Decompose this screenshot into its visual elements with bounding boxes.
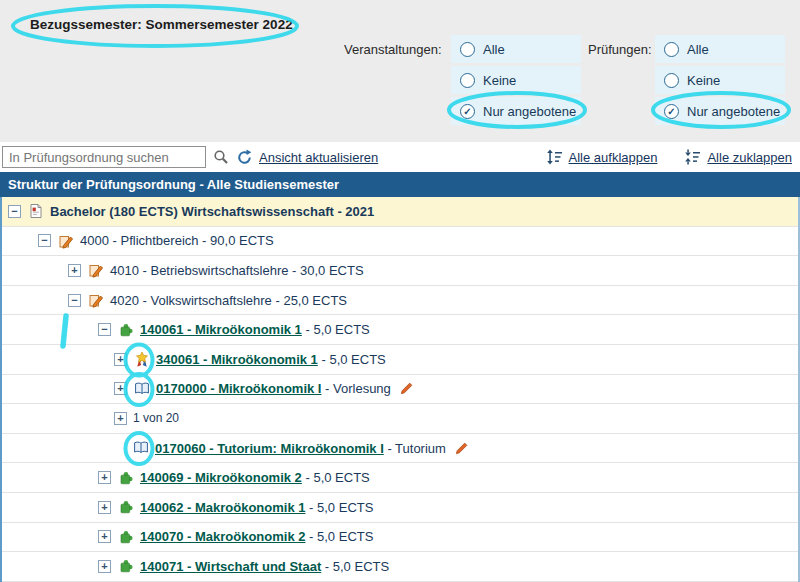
tree-row: − Bachelor (180 ECTS) Wirtschaftswissens… (2, 197, 798, 227)
indent-spacer (2, 329, 98, 330)
tree-row: − 140061 - Mikroökonomik 1 - 5,0 ECTS (2, 315, 798, 345)
expander-toggle[interactable]: + (98, 530, 111, 543)
indent-spacer (2, 507, 98, 508)
radio-label: Alle (483, 42, 505, 57)
pruefungen-label: Prüfungen: (588, 42, 652, 57)
collapse-all-icon[interactable] (684, 149, 701, 165)
module-icon (117, 469, 134, 486)
course-book-icon (133, 380, 150, 397)
tree-link[interactable]: 140070 - Makroökonomik 2 (140, 529, 305, 544)
tree-text: - 5,0 ECTS (305, 500, 373, 515)
expander-toggle[interactable]: − (8, 205, 21, 218)
module-icon (117, 321, 134, 338)
radio-icon[interactable] (664, 104, 679, 119)
tree-row: + 140069 - Mikroökonomik 2 - 5,0 ECTS (2, 463, 798, 493)
pruefungen-option-alle[interactable]: Alle (655, 35, 785, 63)
tree-link[interactable]: 140062 - Makroökonomik 1 (140, 500, 305, 515)
veranstaltungen-option-nur-angebotene[interactable]: Nur angebotene (451, 97, 581, 125)
tree-row: − 4000 - Pflichtbereich - 90,0 ECTS (2, 227, 798, 257)
refresh-view-link[interactable]: Ansicht aktualisieren (259, 150, 378, 165)
expander-toggle[interactable]: − (98, 323, 111, 336)
tree-row: + 4010 - Betriebswirtschaftslehre - 30,0… (2, 256, 798, 286)
radio-label: Keine (483, 73, 516, 88)
expander-toggle[interactable]: + (68, 264, 81, 277)
pruefungen-option-keine[interactable]: Keine (655, 66, 785, 94)
bezugssemester-label: Bezugssemester: Sommersemester 2022 (30, 17, 293, 32)
radio-icon[interactable] (460, 42, 475, 57)
module-icon (117, 499, 134, 516)
tree-text: 4020 - Volkswirtschaftslehre - 25,0 ECTS (110, 293, 347, 308)
expander-toggle[interactable]: + (114, 382, 127, 395)
tree-link[interactable]: 340061 - Mikroökonomik 1 (156, 352, 318, 367)
expander-toggle[interactable]: + (98, 471, 111, 484)
radio-icon[interactable] (664, 42, 679, 57)
tree-text: - Vorlesung (321, 381, 390, 396)
radio-icon[interactable] (460, 73, 475, 88)
expander-toggle[interactable]: − (68, 294, 81, 307)
search-input[interactable] (2, 146, 206, 168)
expand-all-icon[interactable] (546, 149, 563, 165)
edit-pencil-icon[interactable] (399, 381, 414, 396)
tree-link[interactable]: 140061 - Mikroökonomik 1 (140, 322, 302, 337)
tree-row: − 4020 - Volkswirtschaftslehre - 25,0 EC… (2, 286, 798, 316)
expander-toggle[interactable]: + (98, 560, 111, 573)
tree-text: - 5,0 ECTS (318, 352, 386, 367)
radio-label: Alle (687, 42, 709, 57)
indent-spacer (2, 270, 68, 271)
search-icon[interactable] (213, 149, 229, 165)
indent-spacer (2, 240, 38, 241)
refresh-icon[interactable] (236, 149, 253, 166)
indent-spacer (2, 359, 114, 360)
tree-text: - Tutorium (384, 441, 446, 456)
indent-spacer (2, 418, 114, 419)
radio-label: Nur angebotene (483, 104, 576, 119)
module-icon (117, 558, 134, 575)
indent-spacer (2, 536, 98, 537)
edit-pencil-icon[interactable] (454, 441, 469, 456)
indent-spacer (2, 300, 68, 301)
radio-label: Keine (687, 73, 720, 88)
tree-link[interactable]: 0170060 - Tutorium: Mikroökonomik I (155, 441, 384, 456)
tree-header-bar: Struktur der Prüfungsordnung - Alle Stud… (0, 172, 800, 197)
indent-spacer (2, 448, 132, 449)
tree-link[interactable]: 140071 - Wirtschaft und Staat (140, 559, 321, 574)
expander-toggle[interactable]: + (98, 501, 111, 514)
indent-spacer (2, 388, 114, 389)
tree-text: - 5,0 ECTS (321, 559, 389, 574)
tree-text: 1 von 20 (133, 411, 179, 425)
veranstaltungen-option-keine[interactable]: Keine (451, 66, 581, 94)
expand-all-link[interactable]: Alle aufklappen (569, 150, 658, 165)
konto-icon (57, 232, 74, 249)
expander-toggle[interactable]: + (114, 353, 127, 366)
expander-toggle[interactable]: + (114, 412, 127, 425)
konto-icon (87, 292, 104, 309)
indent-spacer (2, 566, 98, 567)
pruefungen-option-nur-angebotene[interactable]: Nur angebotene (655, 97, 785, 125)
konto-icon (87, 262, 104, 279)
indent-spacer (2, 477, 98, 478)
tree-row: 0170060 - Tutorium: Mikroökonomik I - Tu… (2, 434, 798, 464)
tree-text: 4010 - Betriebswirtschaftslehre - 30,0 E… (110, 263, 364, 278)
tree-row: + 140071 - Wirtschaft und Staat - 5,0 EC… (2, 552, 798, 582)
veranstaltungen-label: Veranstaltungen: (344, 42, 442, 57)
tree-text: - 5,0 ECTS (302, 322, 370, 337)
exam-structure-tree: − Bachelor (180 ECTS) Wirtschaftswissens… (0, 197, 800, 582)
exam-medal-icon (133, 351, 150, 368)
expander-toggle[interactable]: − (38, 234, 51, 247)
document-icon (27, 203, 44, 220)
tree-row: + 340061 - Mikroökonomik 1 - 5,0 ECTS (2, 345, 798, 375)
veranstaltungen-radio-group: Alle Keine Nur angebotene (451, 35, 581, 128)
radio-label: Nur angebotene (687, 104, 780, 119)
tree-row: + 140070 - Makroökonomik 2 - 5,0 ECTS (2, 523, 798, 553)
toolbar-right: Alle aufklappen Alle zuklappen (539, 149, 792, 165)
tree-row: + 0170000 - Mikroökonomik I - Vorlesung (2, 375, 798, 405)
tree-link[interactable]: 0170000 - Mikroökonomik I (156, 381, 321, 396)
tree-link[interactable]: 140069 - Mikroökonomik 2 (140, 470, 302, 485)
collapse-all-link[interactable]: Alle zuklappen (707, 150, 792, 165)
tree-row: + 1 von 20 (2, 404, 798, 434)
veranstaltungen-option-alle[interactable]: Alle (451, 35, 581, 63)
course-book-icon (132, 440, 149, 457)
radio-icon[interactable] (664, 73, 679, 88)
radio-icon[interactable] (460, 104, 475, 119)
toolbar: Ansicht aktualisieren Alle aufklappen Al… (0, 142, 800, 172)
